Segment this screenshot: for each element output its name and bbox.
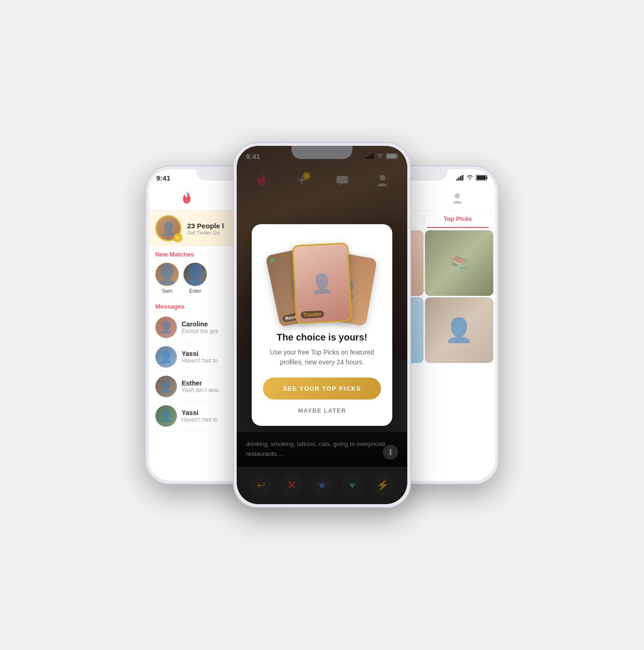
esther-preview: Yeah tbh I wou — [181, 387, 218, 393]
yassi1-preview: Haven't had to — [181, 357, 217, 364]
tinder-logo[interactable] — [177, 189, 196, 208]
match-item-ester[interactable]: 👤 Ester — [183, 263, 207, 294]
profile-right-nav[interactable] — [448, 189, 467, 208]
yassi2-preview: Haven't had to — [181, 416, 217, 423]
esther-content: Esther Yeah tbh I wou — [181, 379, 218, 393]
caroline-content: Caroline Except the gra — [181, 320, 217, 334]
see-top-picks-button[interactable]: SEE YOUR TOP PICKS — [263, 378, 381, 400]
yassi2-name: Yassi — [181, 409, 217, 416]
caroline-name: Caroline — [181, 320, 217, 328]
svg-rect-19 — [460, 176, 462, 181]
sam-avatar: 👤 — [155, 263, 179, 286]
caroline-avatar: 👤 — [155, 317, 177, 338]
modal-overlay: 👤 Recently Ac... 👤 Traveler 👤 reading — [237, 146, 407, 504]
svg-point-21 — [469, 179, 470, 180]
ester-avatar: 👤 — [183, 263, 207, 286]
promo-sub: Get Tinder Go — [187, 230, 224, 235]
svg-rect-18 — [458, 177, 460, 181]
profile-card-center: 👤 Traveler — [292, 242, 352, 324]
yassi1-name: Yassi — [181, 350, 217, 357]
tab-divider: | — [421, 215, 427, 224]
svg-rect-20 — [462, 175, 464, 181]
caroline-preview: Except the gra — [181, 328, 217, 334]
svg-rect-24 — [477, 176, 486, 180]
yassi2-avatar: 👤 — [155, 405, 177, 427]
match-item-sam[interactable]: 👤 Sam — [155, 263, 179, 294]
right-status-icons — [457, 175, 488, 181]
grid-photo-bg-books: 📚 — [425, 230, 494, 296]
battery-icon-r — [476, 175, 488, 181]
ester-name: Ester — [189, 288, 202, 294]
tab-top-picks[interactable]: Top Picks — [427, 211, 489, 228]
esther-avatar: 👤 — [155, 376, 177, 397]
yassi1-content: Yassi Haven't had to — [181, 350, 217, 364]
svg-rect-17 — [457, 179, 458, 181]
card-label-traveler: Traveler — [300, 310, 324, 319]
profile-right-icon — [452, 192, 463, 204]
sam-name: Sam — [162, 288, 172, 294]
promo-count: 23 People l — [187, 222, 224, 230]
esther-name: Esther — [181, 379, 218, 387]
signal-icon-r — [457, 175, 464, 181]
modal-cards-graphic: 👤 Recently Ac... 👤 Traveler 👤 reading — [263, 238, 381, 323]
svg-rect-23 — [487, 177, 487, 179]
gold-avatar: 👤 💛 — [155, 215, 181, 242]
promo-text: 23 People l Get Tinder Go — [187, 222, 224, 235]
svg-point-25 — [455, 193, 460, 198]
yassi2-content: Yassi Haven't had to — [181, 409, 217, 423]
gold-badge: 💛 — [173, 233, 182, 242]
flame-icon — [181, 191, 192, 205]
maybe-later-button[interactable]: MAYBE LATER — [298, 407, 346, 414]
modal-title: The choice is yours! — [263, 332, 381, 343]
top-picks-modal: 👤 Recently Ac... 👤 Traveler 👤 reading — [252, 224, 392, 426]
wifi-icon-r — [466, 175, 474, 181]
modal-desc: Use your free Top Picks on featured prof… — [263, 348, 381, 367]
grid-photo-extra[interactable]: 👤 — [425, 297, 494, 363]
center-screen: 9:41 20 — [237, 146, 407, 504]
left-status-time: 9:41 — [156, 174, 170, 182]
center-phone: 9:41 20 — [233, 142, 411, 508]
yassi1-avatar: 👤 — [155, 346, 177, 368]
